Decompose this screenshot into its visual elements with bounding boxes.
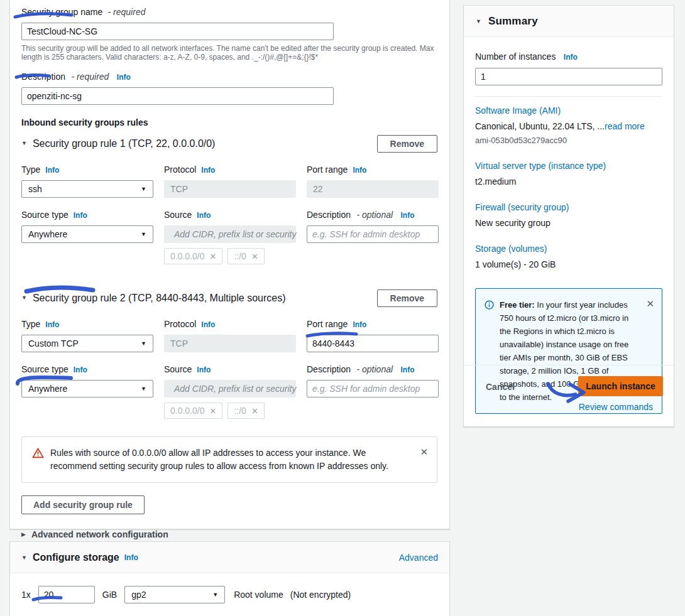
source-info-link[interactable]: Info: [197, 365, 211, 374]
rule2-labels-row1: TypeInfo ProtocolInfo Port rangeInfo: [21, 318, 437, 330]
cidr-chip: 0.0.0.0/0✕: [164, 248, 222, 264]
source-type-info-link[interactable]: Info: [74, 211, 87, 220]
security-group-name-help: This security group will be added to all…: [21, 44, 437, 62]
storage-row: 1x GiB gp2 ▼ Root volume (Not encrypted): [10, 573, 449, 616]
rule2-description-input[interactable]: [307, 380, 439, 397]
volume-size-input[interactable]: [38, 586, 95, 603]
volume-type-select[interactable]: gp2 ▼: [124, 586, 225, 603]
rule2-fields-row2: Anywhere ▼ Add CIDR, prefix list or secu…: [21, 380, 437, 397]
instance-type-link[interactable]: Virtual server type (instance type): [475, 161, 662, 171]
storage-advanced-link[interactable]: Advanced: [399, 553, 438, 563]
warning-text: Rules with source of 0.0.0.0/0 allow all…: [50, 446, 402, 473]
summary-panel: ▼ Summary Number of instances Info Softw…: [463, 5, 674, 427]
rule2-title[interactable]: ▼ Security group rule 2 (TCP, 8440-8443,…: [21, 293, 286, 304]
cidr-chip: ::/0✕: [227, 403, 264, 419]
chip-remove-icon[interactable]: ✕: [251, 406, 258, 416]
firewall-link[interactable]: Firewall (security group): [475, 202, 662, 212]
chevron-down-icon: ▼: [212, 592, 218, 598]
instances-label: Number of instances: [475, 51, 556, 62]
rule2-source-input[interactable]: Add CIDR, prefix list or security: [164, 380, 296, 397]
firewall-value: New security group: [475, 218, 662, 228]
summary-instance-type-section: Virtual server type (instance type) t2.m…: [475, 161, 662, 186]
advanced-network-expander[interactable]: ▶ Advanced network configuration: [21, 529, 437, 539]
rule1-chips-grid: 0.0.0.0/0✕ ::/0✕: [21, 243, 437, 264]
description-info-link[interactable]: Info: [117, 73, 131, 82]
instances-input[interactable]: [475, 68, 662, 85]
info-icon: [485, 300, 494, 310]
rule2-source-chips: 0.0.0.0/0✕ ::/0✕: [164, 403, 296, 419]
inbound-rules-title: Inbound security groups rules: [21, 117, 437, 127]
rule2-remove-button[interactable]: Remove: [377, 289, 437, 307]
rule1-remove-button[interactable]: Remove: [377, 135, 437, 153]
warning-icon: [32, 448, 44, 458]
configure-storage-header[interactable]: ▼ Configure storage Info Advanced: [10, 542, 449, 573]
configure-storage-title: Configure storage: [33, 552, 119, 563]
type-info-link[interactable]: Info: [45, 166, 59, 175]
collapse-icon[interactable]: ▼: [21, 138, 27, 148]
expand-icon: ▶: [21, 529, 26, 539]
security-group-name-label: Security group name - required: [21, 6, 437, 18]
summary-footer: Cancel Launch instance Review commands: [464, 365, 674, 426]
network-settings-card: Security group name - required This secu…: [9, 0, 450, 529]
chevron-down-icon: ▼: [141, 340, 146, 347]
chevron-down-icon: ▼: [141, 231, 146, 237]
ami-link[interactable]: Software Image (AMI): [475, 105, 662, 116]
rule2-port-input[interactable]: [307, 335, 439, 352]
rule-desc-info-link[interactable]: Info: [401, 211, 415, 220]
rule-desc-info-link[interactable]: Info: [401, 365, 415, 374]
chip-remove-icon[interactable]: ✕: [251, 252, 258, 261]
rule1-protocol-field: TCP: [164, 180, 296, 198]
ami-read-more-link[interactable]: read more: [605, 121, 645, 131]
open-cidr-warning: Rules with source of 0.0.0.0/0 allow all…: [21, 436, 437, 483]
storage-info-link[interactable]: Info: [124, 553, 138, 562]
rule2-fields-row1: Custom TCP ▼ TCP: [21, 335, 437, 352]
rule1-title[interactable]: ▼ Security group rule 1 (TCP, 22, 0.0.0.…: [21, 138, 215, 149]
protocol-info-link[interactable]: Info: [201, 320, 215, 329]
summary-firewall-section: Firewall (security group) New security g…: [475, 202, 662, 228]
chevron-down-icon: ▼: [141, 386, 146, 392]
rule1-type-select[interactable]: ssh ▼: [21, 180, 153, 198]
protocol-info-link[interactable]: Info: [201, 166, 215, 175]
rule1-fields-row2: Anywhere ▼ Add CIDR, prefix list or secu…: [21, 225, 437, 243]
rule1-labels-row2: Source typeInfo SourceInfo Description -…: [21, 209, 437, 220]
configure-storage-card: ▼ Configure storage Info Advanced 1x GiB…: [9, 541, 450, 616]
ami-value: Canonical, Ubuntu, 22.04 LTS, ...: [475, 121, 605, 131]
rule2-chips-grid: 0.0.0.0/0✕ ::/0✕: [21, 397, 437, 419]
source-info-link[interactable]: Info: [197, 211, 211, 220]
launch-instance-button[interactable]: Launch instance: [578, 376, 663, 396]
cancel-button[interactable]: Cancel: [486, 382, 515, 392]
volume-unit-label: GiB: [102, 590, 117, 600]
review-commands-link[interactable]: Review commands: [579, 402, 653, 412]
rule2-source-type-select[interactable]: Anywhere ▼: [21, 380, 153, 397]
instances-info-link[interactable]: Info: [564, 53, 578, 62]
storage-volumes-link[interactable]: Storage (volumes): [475, 244, 662, 254]
description-input[interactable]: [21, 87, 334, 105]
add-rule-button[interactable]: Add security group rule: [21, 495, 145, 514]
collapse-icon[interactable]: ▼: [21, 293, 27, 303]
source-type-info-link[interactable]: Info: [74, 365, 87, 374]
chip-remove-icon[interactable]: ✕: [210, 406, 217, 416]
summary-storage-section: Storage (volumes) 1 volume(s) - 20 GiB: [475, 244, 662, 269]
security-group-name-input[interactable]: [21, 23, 334, 40]
ami-id: ami-053b0d53c279acc90: [475, 136, 662, 145]
rule2-labels-row2: Source typeInfo SourceInfo Description -…: [21, 364, 437, 375]
rule1-source-input[interactable]: Add CIDR, prefix list or security: [164, 225, 296, 243]
cidr-chip: 0.0.0.0/0✕: [164, 403, 222, 419]
cidr-chip: ::/0✕: [227, 248, 264, 264]
rule1-labels-row1: TypeInfo ProtocolInfo Port rangeInfo: [21, 164, 437, 175]
rule1-source-chips: 0.0.0.0/0✕ ::/0✕: [164, 248, 296, 264]
rule1-source-type-select[interactable]: Anywhere ▼: [21, 225, 153, 243]
collapse-icon: ▼: [21, 553, 27, 563]
type-info-link[interactable]: Info: [45, 320, 59, 329]
rule2-header: ▼ Security group rule 2 (TCP, 8440-8443,…: [21, 289, 437, 307]
collapse-icon: ▼: [476, 16, 481, 26]
rule2-type-select[interactable]: Custom TCP ▼: [21, 335, 153, 352]
close-icon[interactable]: ✕: [420, 446, 428, 473]
chip-remove-icon[interactable]: ✕: [210, 252, 217, 261]
instance-type-value: t2.medium: [475, 176, 662, 186]
summary-header[interactable]: ▼ Summary: [464, 6, 674, 37]
port-range-info-link[interactable]: Info: [353, 166, 366, 175]
rule1-description-input[interactable]: [307, 225, 439, 243]
port-range-info-link[interactable]: Info: [353, 320, 366, 329]
rule1-fields-row1: ssh ▼ TCP 22: [21, 180, 437, 198]
